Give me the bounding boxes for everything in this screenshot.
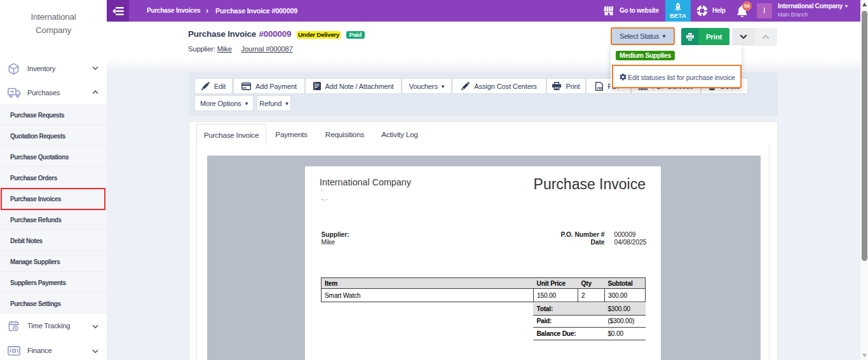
svg-text:PDF: PDF bbox=[597, 87, 603, 90]
